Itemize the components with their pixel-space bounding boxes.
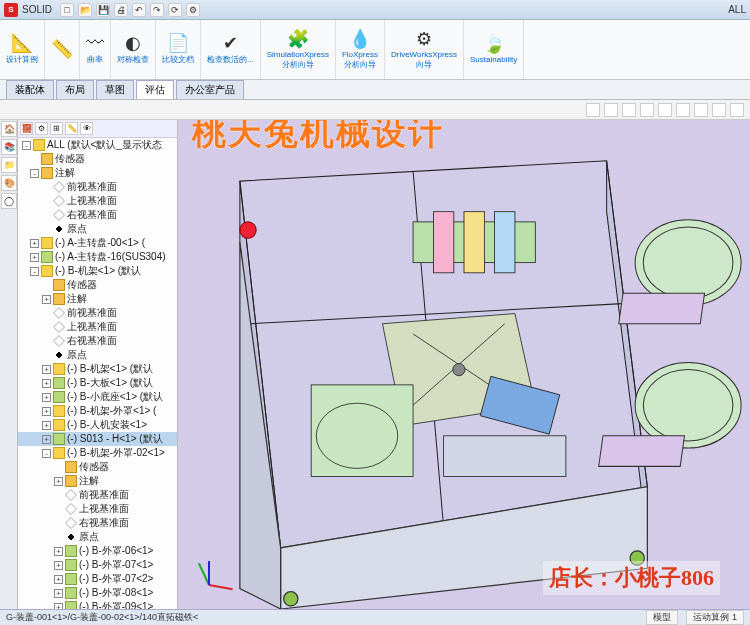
qat-redo-icon[interactable]: ↷	[150, 3, 164, 17]
tree-item[interactable]: +(-) B-机架-外罩<1> (	[18, 404, 177, 418]
ribbon-item-4[interactable]: 📄比较文档	[156, 20, 201, 79]
tree-item[interactable]: -(-) B-机架<1> (默认	[18, 264, 177, 278]
tree-item[interactable]: +上视基准面	[18, 502, 177, 516]
expand-toggle-icon[interactable]: +	[54, 547, 63, 556]
hide-show-icon[interactable]	[694, 103, 708, 117]
expand-toggle-icon[interactable]: +	[42, 421, 51, 430]
tree-tab-dim-icon[interactable]: 📏	[65, 122, 78, 135]
expand-toggle-icon[interactable]: -	[42, 449, 51, 458]
taskpane-view-palette-icon[interactable]: 🎨	[1, 175, 17, 191]
cm-tab-0[interactable]: 装配体	[6, 80, 54, 99]
tree-item[interactable]: +原点	[18, 530, 177, 544]
cm-tab-2[interactable]: 草图	[96, 80, 134, 99]
graphics-viewport[interactable]: 桃天兔机械设计	[178, 120, 750, 609]
tree-tab-property-icon[interactable]: ⚙	[35, 122, 48, 135]
ribbon-item-5[interactable]: ✔检查数活的...	[201, 20, 261, 79]
expand-toggle-icon[interactable]: +	[54, 575, 63, 584]
prev-view-icon[interactable]	[622, 103, 636, 117]
qat-rebuild-icon[interactable]: ⟳	[168, 3, 182, 17]
motion-tab-study[interactable]: 运动算例 1	[686, 610, 744, 625]
tree-item[interactable]: +前视基准面	[18, 488, 177, 502]
expand-toggle-icon[interactable]: +	[54, 589, 63, 598]
tree-item[interactable]: +原点	[18, 222, 177, 236]
ribbon-item-8[interactable]: ⚙DriveWorksXpress向导	[385, 20, 464, 79]
tree-item[interactable]: +右视基准面	[18, 208, 177, 222]
expand-toggle-icon[interactable]: +	[42, 295, 51, 304]
cm-tab-4[interactable]: 办公室产品	[176, 80, 244, 99]
motion-tab-model[interactable]: 模型	[646, 610, 678, 625]
cm-tab-3[interactable]: 评估	[136, 80, 174, 99]
tree-item[interactable]: +(-) B-外罩-09<1>	[18, 600, 177, 609]
ribbon-item-0[interactable]: 📐设计算例	[0, 20, 45, 79]
orientation-triad[interactable]	[188, 545, 228, 585]
ribbon-item-7[interactable]: 💧FloXpress分析向导	[336, 20, 385, 79]
qat-open-icon[interactable]: 📂	[78, 3, 92, 17]
tree-item[interactable]: +上视基准面	[18, 194, 177, 208]
zoom-area-icon[interactable]	[604, 103, 618, 117]
tree-item[interactable]: +前视基准面	[18, 180, 177, 194]
expand-toggle-icon[interactable]: +	[30, 239, 39, 248]
qat-print-icon[interactable]: 🖨	[114, 3, 128, 17]
tree-tab-display-icon[interactable]: 👁	[80, 122, 93, 135]
qat-new-icon[interactable]: □	[60, 3, 74, 17]
tree-item[interactable]: +(-) B-小底座<1> (默认	[18, 390, 177, 404]
tree-item[interactable]: +(-) A-主转盘-00<1> (	[18, 236, 177, 250]
tree-item[interactable]: -(-) B-机架-外罩-02<1>	[18, 446, 177, 460]
tree-item[interactable]: +注解	[18, 474, 177, 488]
tree-item[interactable]: +(-) B-机架<1> (默认	[18, 362, 177, 376]
expand-toggle-icon[interactable]: +	[54, 477, 63, 486]
tree-item[interactable]: -ALL (默认<默认_显示状态	[18, 138, 177, 152]
ribbon-item-9[interactable]: 🍃Sustainability	[464, 20, 524, 79]
tree-item[interactable]: +注解	[18, 292, 177, 306]
tree-tab-feature-icon[interactable]: 🧱	[20, 122, 33, 135]
tree-item[interactable]: +(-) S013 - H<1> (默认	[18, 432, 177, 446]
scene-icon[interactable]	[712, 103, 726, 117]
expand-toggle-icon[interactable]: +	[42, 393, 51, 402]
taskpane-design-library-icon[interactable]: 📚	[1, 139, 17, 155]
expand-toggle-icon[interactable]: +	[42, 407, 51, 416]
tree-item[interactable]: +传感器	[18, 460, 177, 474]
tree-item[interactable]: +右视基准面	[18, 516, 177, 530]
zoom-fit-icon[interactable]	[586, 103, 600, 117]
expand-toggle-icon[interactable]: -	[30, 267, 39, 276]
section-view-icon[interactable]	[640, 103, 654, 117]
tree-item[interactable]: +前视基准面	[18, 306, 177, 320]
expand-toggle-icon[interactable]: +	[42, 379, 51, 388]
tree-item[interactable]: +传感器	[18, 152, 177, 166]
tree-item[interactable]: +(-) A-主转盘-16(SUS304)	[18, 250, 177, 264]
tree-item[interactable]: +上视基准面	[18, 320, 177, 334]
expand-toggle-icon[interactable]: +	[30, 253, 39, 262]
expand-toggle-icon[interactable]: +	[42, 365, 51, 374]
ribbon-item-2[interactable]: 〰曲率	[80, 20, 111, 79]
ribbon-item-3[interactable]: ◐对称检查	[111, 20, 156, 79]
tree-item[interactable]: +右视基准面	[18, 334, 177, 348]
expand-toggle-icon[interactable]: +	[54, 561, 63, 570]
expand-toggle-icon[interactable]: -	[22, 141, 31, 150]
tree-tab-config-icon[interactable]: ⊞	[50, 122, 63, 135]
ribbon-item-6[interactable]: 🧩SimulationXpress分析向导	[261, 20, 336, 79]
qat-undo-icon[interactable]: ↶	[132, 3, 146, 17]
tree-item[interactable]: +(-) B-外罩-07<1>	[18, 558, 177, 572]
taskpane-resources-icon[interactable]: 🏠	[1, 121, 17, 137]
tree-item[interactable]: +(-) B-外罩-07<2>	[18, 572, 177, 586]
taskpane-appearances-icon[interactable]: ◯	[1, 193, 17, 209]
expand-toggle-icon[interactable]: -	[30, 169, 39, 178]
view-orientation-icon[interactable]	[658, 103, 672, 117]
taskpane-explorer-icon[interactable]: 📁	[1, 157, 17, 173]
svg-rect-24	[311, 385, 413, 477]
expand-toggle-icon[interactable]: +	[42, 435, 51, 444]
tree-item[interactable]: +(-) B-外罩-06<1>	[18, 544, 177, 558]
tree-item[interactable]: +传感器	[18, 278, 177, 292]
tree-item[interactable]: -注解	[18, 166, 177, 180]
view-settings-icon[interactable]	[730, 103, 744, 117]
tree-item[interactable]: +(-) B-人机安装<1>	[18, 418, 177, 432]
tree-item[interactable]: +(-) B-大板<1> (默认	[18, 376, 177, 390]
feature-manager-tree[interactable]: 🧱 ⚙ ⊞ 📏 👁 -ALL (默认<默认_显示状态+传感器-注解+前视基准面+…	[18, 120, 178, 609]
tree-item[interactable]: +原点	[18, 348, 177, 362]
qat-options-icon[interactable]: ⚙	[186, 3, 200, 17]
ribbon-item-1[interactable]: 📏	[45, 20, 80, 79]
qat-save-icon[interactable]: 💾	[96, 3, 110, 17]
display-style-icon[interactable]	[676, 103, 690, 117]
tree-item[interactable]: +(-) B-外罩-08<1>	[18, 586, 177, 600]
cm-tab-1[interactable]: 布局	[56, 80, 94, 99]
